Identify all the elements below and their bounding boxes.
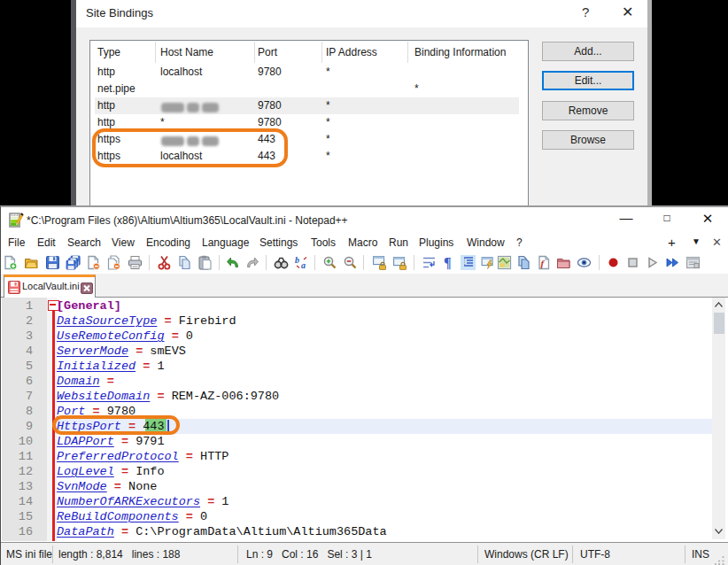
svg-text:b: b: [295, 255, 299, 265]
svg-text:¶: ¶: [444, 255, 452, 270]
svg-text:a: a: [301, 260, 306, 270]
